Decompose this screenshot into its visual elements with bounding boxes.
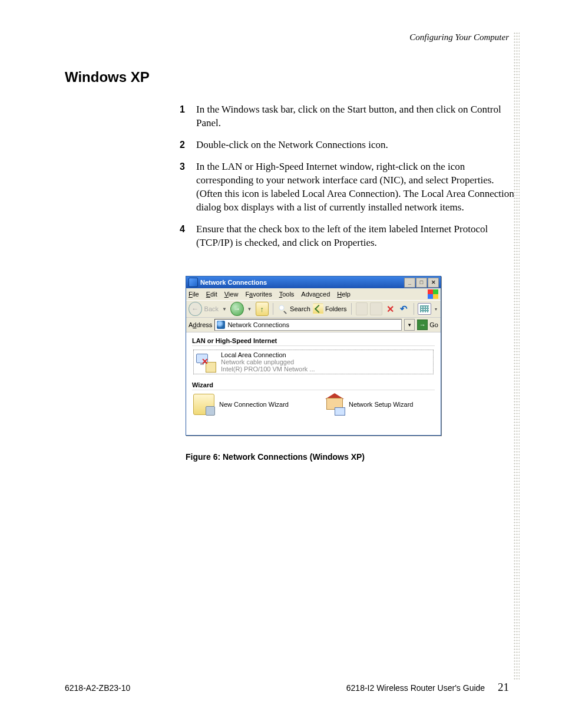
forward-button[interactable]: → — [230, 302, 244, 316]
address-input[interactable]: Network Connections — [214, 319, 402, 331]
step-text: In the Windows task bar, click on the St… — [196, 104, 501, 129]
figure: Network Connections _ □ ✕ File Edit View… — [186, 276, 515, 462]
views-dropdown-icon[interactable]: ▾ — [435, 307, 437, 312]
step-number: 2 — [180, 139, 185, 151]
network-connections-icon — [217, 321, 225, 329]
new-connection-wizard-item[interactable]: New Connection Wizard — [193, 394, 289, 415]
page-footer: 6218-A2-ZB23-10 6218-I2 Wireless Router … — [65, 681, 509, 694]
folders-label: Folders — [325, 305, 347, 312]
search-label: Search — [290, 305, 310, 312]
back-label: Back — [204, 305, 219, 312]
step-1: 1 In the Windows task bar, click on the … — [180, 103, 515, 130]
separator-icon — [351, 303, 352, 315]
running-header: Configuring Your Computer — [65, 32, 509, 42]
xp-window: Network Connections _ □ ✕ File Edit View… — [186, 276, 441, 436]
app-icon — [189, 278, 198, 287]
menu-advanced[interactable]: Advanced — [301, 291, 330, 298]
wizard-row: New Connection Wizard Network Setup Wiza… — [193, 394, 434, 415]
windows-logo-icon — [428, 289, 438, 299]
address-label: Address — [189, 321, 212, 328]
delete-button[interactable]: ✕ — [385, 303, 396, 315]
connection-text: Local Area Connection Network cable unpl… — [221, 351, 315, 373]
address-bar: Address Network Connections ▼ → Go — [186, 318, 441, 332]
connection-status: Network cable unplugged — [221, 358, 315, 365]
step-3: 3 In the LAN or High-Speed Internet wind… — [180, 160, 515, 215]
figure-caption: Figure 6: Network Connections (Windows X… — [186, 452, 515, 462]
folders-button[interactable]: Folders — [313, 304, 347, 314]
step-number: 1 — [180, 103, 185, 116]
step-text: In the LAN or High-Speed Internet window… — [196, 161, 514, 213]
titlebar[interactable]: Network Connections _ □ ✕ — [186, 276, 441, 288]
up-button[interactable]: ↑ — [256, 302, 269, 316]
back-button[interactable]: ← — [189, 302, 202, 316]
menubar: File Edit View Favorites Tools Advanced … — [186, 288, 441, 300]
menu-file[interactable]: File — [189, 291, 199, 298]
separator-icon — [414, 303, 414, 315]
folders-icon — [313, 304, 323, 314]
search-icon — [277, 304, 288, 314]
local-area-connection-item[interactable]: ✕ Local Area Connection Network cable un… — [193, 350, 434, 374]
step-number: 3 — [180, 160, 185, 173]
toolbar: ← Back ▼ → ▼ ↑ Search Folders ✕ — [186, 300, 441, 318]
separator-icon — [273, 303, 273, 315]
connection-title: Local Area Connection — [221, 351, 315, 358]
close-button[interactable]: ✕ — [428, 278, 439, 288]
doc-id: 6218-A2-ZB23-10 — [65, 683, 130, 693]
minimize-button[interactable]: _ — [404, 278, 415, 288]
back-dropdown-icon[interactable]: ▼ — [222, 307, 227, 312]
forward-dropdown-icon[interactable]: ▼ — [247, 307, 252, 312]
views-button[interactable] — [418, 303, 431, 315]
wizard-icon — [193, 394, 214, 415]
menu-help[interactable]: Help — [337, 291, 351, 298]
network-setup-wizard-item[interactable]: Network Setup Wizard — [324, 394, 413, 415]
go-label: Go — [429, 321, 438, 328]
connection-device: Intel(R) PRO/100 VM Network ... — [221, 365, 315, 373]
step-text: Double-click on the Network Connections … — [196, 139, 388, 150]
menu-tools[interactable]: Tools — [279, 291, 295, 298]
window-body: LAN or High-Speed Internet ✕ Local Area … — [186, 332, 441, 435]
undo-button[interactable]: ↶ — [398, 303, 409, 315]
menu-view[interactable]: View — [224, 291, 239, 298]
window-title: Network Connections — [200, 279, 267, 286]
search-button[interactable]: Search — [277, 304, 310, 314]
maximize-button[interactable]: □ — [416, 278, 427, 288]
group-lan-heading: LAN or High-Speed Internet — [192, 336, 435, 346]
copy-to-button[interactable] — [370, 302, 382, 315]
wizard-label: New Connection Wizard — [219, 401, 289, 408]
steps-list: 1 In the Windows task bar, click on the … — [180, 103, 515, 249]
go-button[interactable]: → Go — [417, 319, 438, 330]
address-dropdown-button[interactable]: ▼ — [404, 319, 415, 331]
step-2: 2 Double-click on the Network Connection… — [180, 139, 515, 152]
house-icon — [324, 394, 344, 414]
move-to-button[interactable] — [356, 302, 368, 315]
step-text: Ensure that the check box to the left of… — [196, 223, 488, 248]
section-heading: Windows XP — [65, 69, 515, 85]
menu-edit[interactable]: Edit — [206, 291, 217, 298]
group-wizard-heading: Wizard — [192, 380, 435, 390]
doc-title-right: 6218-I2 Wireless Router User's Guide 21 — [346, 681, 509, 694]
menu-favorites[interactable]: Favorites — [245, 291, 272, 298]
step-number: 4 — [180, 223, 185, 236]
connection-icon: ✕ — [195, 351, 216, 373]
address-value: Network Connections — [227, 321, 289, 328]
go-icon: → — [417, 319, 428, 330]
page-number: 21 — [498, 681, 509, 693]
wizard-label: Network Setup Wizard — [349, 401, 413, 408]
step-4: 4 Ensure that the check box to the left … — [180, 223, 515, 250]
